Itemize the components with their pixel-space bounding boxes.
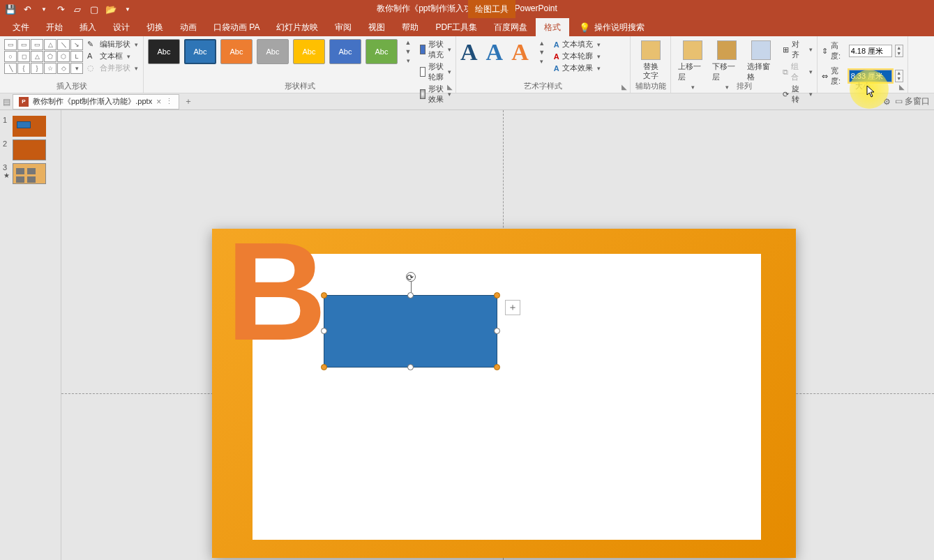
tell-me-search[interactable]: 💡 操作说明搜索	[579, 18, 645, 36]
text-fill-button[interactable]: A文本填充▾	[554, 39, 601, 50]
style-swatch-5[interactable]: Abc	[293, 39, 325, 64]
width-icon: ⇔	[822, 72, 828, 81]
tab-format[interactable]: 格式	[536, 18, 569, 36]
style-gallery-more[interactable]: ▲▼▾	[403, 39, 413, 64]
tab-file[interactable]: 文件	[4, 18, 38, 36]
shapes-gallery[interactable]: ▭▭▭△＼↘ ○◻△⬠⬡L ╲{}☆◇▾	[4, 39, 83, 74]
style-swatch-1[interactable]: Abc	[148, 39, 180, 64]
shape-style-gallery[interactable]: Abc Abc Abc Abc Abc Abc Abc ▲▼▾	[148, 39, 413, 64]
height-input[interactable]	[849, 45, 892, 57]
size-launcher[interactable]: ◣	[898, 83, 906, 91]
edit-shape-icon: ✎	[87, 40, 97, 50]
slide-thumb-1[interactable]: 1	[0, 114, 61, 138]
lightbulb-icon: 💡	[579, 22, 590, 33]
group-insert-shapes: ▭▭▭△＼↘ ○◻△⬠⬡L ╲{}☆◇▾ ✎编辑形状▾ A文本框▾ ◌合并形状▾…	[0, 36, 144, 93]
slide[interactable]: B ⟳ ＋	[212, 229, 796, 558]
style-swatch-6[interactable]: Abc	[329, 39, 361, 64]
shape-styles-launcher[interactable]: ◣	[446, 83, 454, 91]
group-wordart-styles: A A A ▲▼▾ A文本填充▾ A文本轮廓▾ A文本效果▾ 艺术字样式 ◣	[456, 36, 631, 93]
document-tab-title: 教你制作《ppt制作渐入功能》.pptx	[33, 96, 152, 107]
resize-handle-br[interactable]	[494, 364, 500, 370]
wordart-launcher[interactable]: ◣	[620, 83, 628, 91]
tab-slideshow[interactable]: 幻灯片放映	[268, 18, 326, 36]
tab-transitions[interactable]: 切换	[138, 18, 172, 36]
wordart-style-3[interactable]: A	[511, 39, 529, 66]
resize-handle-tl[interactable]	[321, 292, 327, 298]
tell-me-label: 操作说明搜索	[594, 22, 645, 33]
group-label-insert-shapes: 插入形状	[0, 81, 143, 91]
style-swatch-7[interactable]: Abc	[366, 39, 398, 64]
multi-window-button[interactable]: ▭ 多窗口	[895, 96, 930, 107]
height-spinner[interactable]: ▲▼	[895, 45, 903, 57]
shape-plus-button[interactable]: ＋	[505, 300, 520, 315]
resize-handle-ml[interactable]	[321, 328, 327, 334]
group-shape-styles: Abc Abc Abc Abc Abc Abc Abc ▲▼▾ 形状填充▾ 形状…	[144, 36, 456, 93]
resize-handle-bl[interactable]	[321, 364, 327, 370]
bring-forward-button[interactable]: 上移一层▾	[675, 39, 709, 105]
qat-customize-icon[interactable]: ▼	[120, 1, 135, 17]
title-bar: 💾 ↶ ▼ ↷ ▱ ▢ 📂 ▼ 教你制作《ppt制作渐入功能》.pptx - P…	[0, 0, 934, 18]
shape-outline-button[interactable]: 形状轮廓▾	[420, 61, 451, 82]
edit-shape-button[interactable]: ✎编辑形状▾	[87, 39, 138, 50]
selected-rectangle-shape[interactable]: ⟳ ＋	[324, 295, 497, 368]
tab-help[interactable]: 帮助	[393, 18, 427, 36]
tab-pdf[interactable]: PDF工具集	[427, 18, 485, 36]
tab-baidu[interactable]: 百度网盘	[485, 18, 536, 36]
slide-thumb-2[interactable]: 2	[0, 138, 61, 162]
settings-icon[interactable]: ⚙	[883, 97, 891, 107]
ribbon: ▭▭▭△＼↘ ○◻△⬠⬡L ╲{}☆◇▾ ✎编辑形状▾ A文本框▾ ◌合并形状▾…	[0, 36, 934, 93]
undo-icon[interactable]: ↶	[20, 1, 35, 17]
bring-forward-icon	[683, 40, 702, 60]
style-swatch-2[interactable]: Abc	[184, 39, 216, 64]
tab-review[interactable]: 审阅	[326, 18, 360, 36]
tab-pocket-anim[interactable]: 口袋动画 PA	[205, 18, 268, 36]
send-backward-button[interactable]: 下移一层▾	[709, 39, 744, 105]
text-fill-icon: A	[554, 40, 559, 49]
new-icon[interactable]: ▢	[86, 1, 102, 17]
contextual-tab-label: 绘图工具	[468, 0, 515, 18]
tab-design[interactable]: 设计	[105, 18, 138, 36]
text-effects-button[interactable]: A文本效果▾	[554, 63, 601, 73]
wordart-style-2[interactable]: A	[486, 39, 504, 66]
slide-canvas-area[interactable]: B ⟳ ＋	[61, 110, 934, 560]
height-label: 高度:	[831, 40, 846, 61]
tab-home[interactable]: 开始	[38, 18, 71, 36]
doctab-thumb-icon[interactable]: ▤	[1, 97, 11, 107]
tab-animations[interactable]: 动画	[172, 18, 205, 36]
slide-thumb-3[interactable]: 3 ★	[0, 162, 61, 186]
merge-shapes-button[interactable]: ◌合并形状▾	[87, 63, 138, 73]
redo-icon[interactable]: ↷	[53, 1, 68, 17]
fill-icon	[420, 45, 425, 54]
resize-handle-bm[interactable]	[407, 364, 414, 370]
resize-handle-mr[interactable]	[494, 328, 500, 334]
tab-view[interactable]: 视图	[360, 18, 393, 36]
wordart-gallery[interactable]: A A A ▲▼▾	[460, 39, 547, 66]
style-swatch-4[interactable]: Abc	[257, 39, 289, 64]
style-swatch-3[interactable]: Abc	[220, 39, 253, 64]
wordart-gallery-more[interactable]: ▲▼▾	[537, 40, 547, 65]
alt-text-button[interactable]: 替换 文字	[635, 39, 666, 82]
align-button[interactable]: ⊞对齐▾	[783, 39, 813, 60]
resize-handle-tr[interactable]	[494, 292, 500, 298]
rotation-handle[interactable]: ⟳	[406, 272, 416, 282]
slide-number-3: 3	[3, 163, 10, 172]
big-letter-b: B	[226, 229, 326, 354]
shape-fill-button[interactable]: 形状填充▾	[420, 39, 451, 60]
open-icon[interactable]: 📂	[103, 1, 119, 17]
group-button[interactable]: ⧉组合▾	[783, 61, 813, 82]
undo-dropdown-icon[interactable]: ▼	[36, 1, 52, 17]
start-from-beginning-icon[interactable]: ▱	[70, 1, 85, 17]
text-outline-button[interactable]: A文本轮廓▾	[554, 51, 601, 61]
merge-icon: ◌	[87, 63, 97, 73]
height-icon: ⇕	[822, 47, 828, 56]
selection-pane-button[interactable]: 选择窗格	[744, 39, 778, 105]
slide-number-2: 2	[3, 139, 10, 160]
group-label-alt: 辅助功能	[631, 81, 670, 91]
tab-insert[interactable]: 插入	[71, 18, 105, 36]
save-icon[interactable]: 💾	[3, 1, 18, 17]
text-box-button[interactable]: A文本框▾	[87, 51, 138, 61]
quick-access-toolbar: 💾 ↶ ▼ ↷ ▱ ▢ 📂 ▼	[3, 1, 135, 17]
wordart-style-1[interactable]: A	[460, 39, 478, 66]
resize-handle-tm[interactable]	[407, 292, 414, 298]
selection-pane-icon	[751, 40, 771, 60]
